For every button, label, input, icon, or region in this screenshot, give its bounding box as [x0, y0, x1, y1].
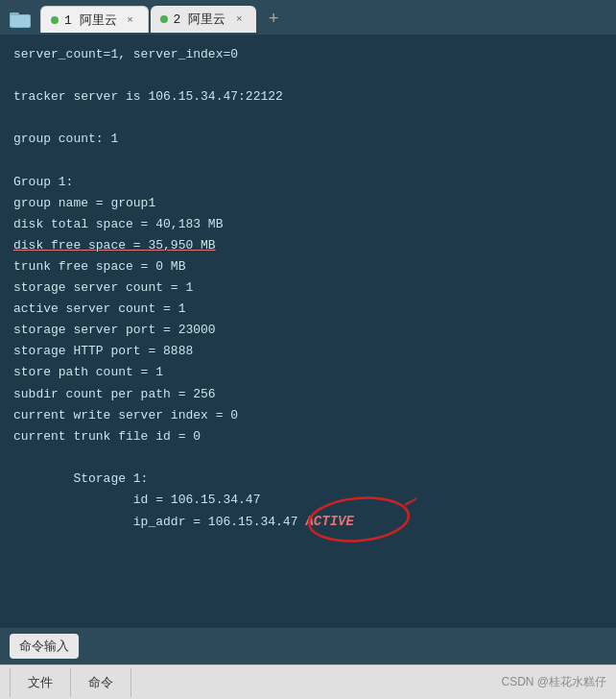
svg-rect-2	[11, 15, 30, 27]
tab-close-1[interactable]: ×	[123, 12, 138, 28]
terminal-line-ipaddr: ip_addr = 106.15.34.47 ACTIVE	[13, 511, 603, 534]
tab-label-2: 2 阿里云	[174, 11, 226, 28]
tab-close-2[interactable]: ×	[231, 12, 247, 27]
bottom-tabs: 文件 命令	[10, 668, 131, 697]
folder-icon-button[interactable]	[6, 6, 35, 33]
terminal-line: trunk free space = 0 MB	[13, 256, 603, 277]
terminal-line	[13, 447, 603, 469]
terminal-line: server_count=1, server_index=0	[13, 44, 603, 65]
tab-2[interactable]: 2 阿里云 ×	[151, 6, 257, 33]
terminal-line: Group 1:	[13, 172, 603, 193]
terminal-line: current write server index = 0	[13, 405, 603, 426]
terminal-line: store path count = 1	[13, 362, 603, 383]
terminal-line	[13, 65, 603, 86]
underline-text: disk free space = 35,950 MB	[13, 238, 216, 253]
terminal-line: storage HTTP port = 8888	[13, 341, 603, 362]
terminal-line: storage server port = 23000	[13, 320, 603, 341]
terminal-line: active server count = 1	[13, 299, 603, 320]
terminal-line: disk total space = 40,183 MB	[13, 214, 603, 235]
terminal-line: group name = group1	[13, 193, 603, 214]
terminal-line	[13, 108, 603, 129]
tab-dot-1	[51, 16, 59, 24]
terminal-line: group count: 1	[13, 129, 603, 150]
tab-1[interactable]: 1 阿里云 ×	[40, 6, 149, 33]
tab-dot-2	[160, 15, 168, 23]
terminal-line: tracker server is 106.15.34.47:22122	[13, 86, 603, 108]
tab-bar: 1 阿里云 × 2 阿里云 × +	[0, 0, 616, 35]
watermark-text: CSDN @桂花水糕仔	[501, 674, 606, 690]
active-status-text: ACTIVE	[305, 511, 353, 534]
add-tab-button[interactable]: +	[262, 8, 285, 31]
terminal-line: storage server count = 1	[13, 277, 603, 299]
terminal-line-storage: Storage 1:	[13, 469, 603, 490]
bottom-tab-files[interactable]: 文件	[10, 668, 71, 697]
terminal-output: server_count=1, server_index=0 tracker s…	[0, 35, 616, 628]
tab-label-1: 1 阿里云	[64, 12, 117, 29]
command-input[interactable]: 命令输入	[10, 634, 79, 659]
command-bar: 命令输入	[0, 628, 616, 664]
bottom-bar: 文件 命令 CSDN @桂花水糕仔	[0, 664, 616, 699]
terminal-line-id: id = 106.15.34.47	[13, 490, 603, 511]
ipaddr-text: ip_addr = 106.15.34.47	[13, 512, 297, 533]
terminal-line: current trunk file id = 0	[13, 426, 603, 447]
terminal-line	[13, 150, 603, 171]
bottom-tab-command[interactable]: 命令	[71, 668, 131, 697]
terminal-line: subdir count per path = 256	[13, 384, 603, 405]
terminal-line-underline: disk free space = 35,950 MB	[13, 235, 603, 256]
